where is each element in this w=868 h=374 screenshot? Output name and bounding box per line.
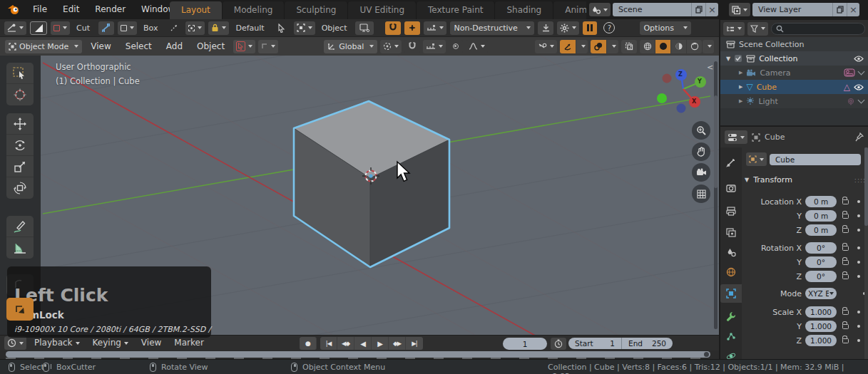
animate-dot-icon[interactable]	[857, 261, 860, 264]
animate-dot-icon[interactable]	[857, 325, 860, 328]
gizmo-neg-z-ball[interactable]	[677, 104, 686, 113]
view-layer-remove-button[interactable]: ×	[847, 3, 859, 16]
disclosure-closed-icon[interactable]: ▶	[739, 98, 742, 104]
use-preview-range-button[interactable]	[551, 338, 566, 350]
snap-center-dropdown[interactable]	[185, 21, 205, 35]
menu-render[interactable]: Render	[87, 0, 133, 19]
animate-dot-icon[interactable]	[857, 311, 860, 313]
camera-view-button[interactable]	[692, 163, 710, 182]
transform-orientation-dropdown[interactable]: Global	[324, 40, 377, 53]
tab-uv-editing[interactable]: UV Editing	[348, 1, 417, 19]
scene-name-field[interactable]: Scene	[613, 3, 691, 16]
xray-toggle[interactable]	[621, 40, 637, 53]
scale-x-field[interactable]: 1.000	[805, 306, 837, 318]
export-button[interactable]	[538, 21, 553, 35]
tool-boxcutter-active[interactable]	[6, 298, 34, 321]
tab-texture-paint[interactable]: Texture Paint	[417, 1, 495, 19]
gizmos-toggle[interactable]	[560, 40, 576, 53]
view-layer-new-button[interactable]	[832, 3, 847, 16]
outliner-row-scene-collection[interactable]: Scene Collection	[720, 37, 868, 51]
timeline-editor-type-dropdown[interactable]	[4, 336, 26, 350]
draw-line-button[interactable]	[166, 21, 182, 35]
tab-modifiers[interactable]	[720, 307, 742, 326]
frame-start-field[interactable]: Start 1	[568, 338, 621, 349]
snap-magnet-toggle[interactable]	[385, 21, 401, 35]
outliner-search-input[interactable]	[771, 23, 865, 35]
pause-toggle[interactable]	[583, 21, 597, 35]
object-id-dropdown[interactable]	[746, 152, 767, 166]
viewport-snap-toggle[interactable]	[404, 40, 420, 53]
visibility-dropdown[interactable]	[535, 40, 557, 53]
tool-fallback-dropdown[interactable]	[258, 40, 278, 53]
display-button[interactable]	[355, 21, 374, 35]
tool-cursor[interactable]	[6, 84, 34, 105]
menu-object[interactable]: Object	[191, 37, 230, 56]
snap-target-dropdown[interactable]	[423, 40, 446, 53]
disclosure-closed-icon[interactable]: ▶	[739, 70, 742, 76]
interaction-mode-dropdown[interactable]: Object Mode	[5, 40, 82, 53]
tool-move[interactable]	[6, 113, 34, 135]
boxcutter-logo-button[interactable]	[30, 21, 47, 35]
scale-y-field[interactable]: 1.000	[805, 321, 837, 332]
menu-select[interactable]: Select	[120, 37, 158, 56]
outliner-row-collection[interactable]: ▼ Collection	[720, 51, 868, 66]
tool-rotate[interactable]	[6, 135, 34, 156]
menu-add[interactable]: Add	[160, 37, 188, 56]
tab-scene[interactable]	[720, 243, 742, 261]
lock-icon[interactable]	[842, 260, 849, 265]
frame-end-field[interactable]: End 250	[621, 338, 673, 349]
lock-icon[interactable]	[842, 338, 849, 343]
tab-sculpting[interactable]: Sculpting	[285, 1, 348, 19]
cursor-snap-button[interactable]	[273, 21, 290, 35]
view-layer-browse-button[interactable]	[729, 3, 750, 16]
jump-to-end-button[interactable]: ▶|	[406, 337, 423, 350]
tab-shading[interactable]: Shading	[495, 1, 553, 19]
eye-closed-icon[interactable]	[858, 97, 865, 104]
eye-closed-icon[interactable]	[858, 68, 865, 76]
disclosure-open-icon[interactable]: ▼	[726, 56, 730, 62]
menu-view[interactable]: View	[85, 37, 116, 56]
tool-select-box[interactable]	[6, 63, 34, 84]
pivot-point-dropdown[interactable]	[380, 40, 402, 53]
animate-dot-icon[interactable]	[857, 200, 860, 203]
prev-keyframe-button[interactable]: ◀◆	[337, 337, 354, 350]
pan-view-button[interactable]	[692, 142, 710, 161]
ortho-toggle-button[interactable]	[692, 185, 710, 203]
menu-edit[interactable]: Edit	[55, 0, 87, 19]
active-tool-dropdown[interactable]	[233, 40, 255, 53]
lock-icon[interactable]	[842, 246, 849, 251]
scene-browse-button[interactable]	[589, 3, 611, 16]
settings-dropdown[interactable]	[557, 21, 579, 35]
grid-snap-toggle[interactable]	[404, 21, 420, 35]
snap-with-dropdown[interactable]	[424, 21, 446, 35]
collection-checkbox[interactable]	[734, 54, 742, 63]
pivot-dropdown[interactable]	[294, 21, 315, 35]
disclosure-closed-icon[interactable]: ▶	[739, 84, 742, 90]
eye-open-icon[interactable]	[854, 56, 864, 62]
location-y-field[interactable]: 0 m	[805, 210, 837, 222]
record-button[interactable]: ●	[300, 337, 317, 350]
cut-mode-dropdown[interactable]	[51, 21, 70, 35]
gizmo-neg-y-ball[interactable]	[657, 93, 667, 103]
rotation-x-field[interactable]: 0°	[805, 242, 837, 254]
rotation-z-field[interactable]: 0°	[805, 271, 837, 282]
shading-solid-button[interactable]	[655, 40, 670, 53]
outliner-row-cube[interactable]: ▶ ▽ Cube △	[720, 80, 868, 94]
current-frame-field[interactable]: 1	[503, 338, 547, 350]
custom-shape-button[interactable]	[98, 21, 114, 35]
tab-animation[interactable]: Animation	[553, 1, 586, 19]
properties-editor-type-dropdown[interactable]	[725, 130, 747, 144]
lock-icon[interactable]	[842, 324, 849, 329]
lock-icon[interactable]	[842, 199, 849, 204]
options-dropdown[interactable]: Options	[640, 21, 691, 35]
animate-dot-icon[interactable]	[857, 339, 860, 342]
tab-layout[interactable]: Layout	[170, 1, 223, 19]
tool-annotate[interactable]	[6, 216, 34, 237]
zoom-view-button[interactable]	[692, 121, 710, 140]
tab-tool[interactable]	[720, 153, 742, 172]
outliner-row-camera[interactable]: ▶ Camera	[720, 66, 868, 80]
outliner-row-light[interactable]: ▶ Light	[720, 94, 868, 108]
transform-panel-header[interactable]: ▼ Transform ::::	[745, 175, 866, 185]
animate-dot-icon[interactable]	[857, 246, 860, 249]
tab-object[interactable]	[720, 284, 742, 303]
